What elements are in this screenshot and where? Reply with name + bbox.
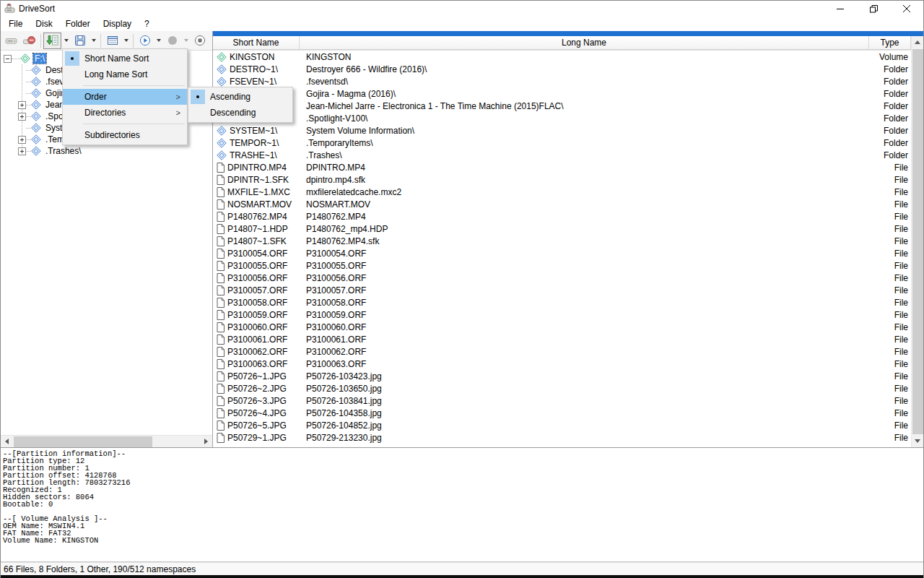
column-header-type[interactable]: Type — [869, 36, 911, 50]
cell-short-name: P3100059.ORF — [213, 310, 300, 320]
list-row[interactable]: P3100054.ORFP3100054.ORFFile — [213, 247, 911, 259]
list-row[interactable]: P50726~5.JPGP50726-104852.jpgFile — [213, 419, 911, 431]
play-button[interactable] — [136, 33, 154, 49]
list-row[interactable]: P3100060.ORFP3100060.ORFFile — [213, 321, 911, 333]
menu-item-short-name-sort[interactable]: Short Name Sort — [63, 51, 187, 66]
menu-item-ascending[interactable]: Ascending — [188, 89, 292, 105]
tree-expand-plus[interactable] — [18, 147, 26, 155]
list-row[interactable]: P50729~1.JPGP50729-213230.jpgFile — [213, 431, 911, 444]
order-submenu: AscendingDescending — [188, 87, 293, 123]
list-row[interactable]: P14807~1.SFKP1480762.MP4.sfkFile — [213, 235, 911, 247]
menubar-item-help[interactable]: ? — [138, 17, 156, 30]
tree-item[interactable]: .Trashes\ — [1, 145, 212, 157]
cell-long-name: P3100060.ORF — [300, 322, 869, 332]
chevron-down-icon — [124, 39, 128, 42]
restore-button[interactable] — [857, 1, 890, 17]
cell-short-name: P3100057.ORF — [213, 285, 300, 296]
list-vertical-scrollbar[interactable] — [911, 36, 923, 447]
list-row[interactable]: P1480762.MP4P1480762.MP4File — [213, 210, 911, 223]
column-header-long-name[interactable]: Long Name — [300, 36, 869, 50]
tree-expand-plus[interactable] — [18, 113, 26, 121]
list-row[interactable]: P3100055.ORFP3100055.ORFFile — [213, 259, 911, 272]
close-button[interactable] — [890, 1, 923, 17]
menu-item-gutter — [63, 89, 82, 105]
list-row[interactable]: DPINTRO.MP4DPINTRO.MP4File — [213, 161, 911, 173]
list-row[interactable]: GOJIRA~1\Gojira - Magma (2016)\Folder — [213, 87, 911, 100]
list-row[interactable]: P3100063.ORFP3100063.ORFFile — [213, 358, 911, 370]
list-row[interactable]: P3100057.ORFP3100057.ORFFile — [213, 284, 911, 296]
file-icon — [217, 163, 225, 173]
file-icon — [217, 433, 225, 443]
tree-expand-plus[interactable] — [18, 136, 26, 144]
cell-type: File — [869, 359, 911, 369]
cell-short-name: P14807~1.SFK — [213, 236, 300, 246]
scrollbar-thumb[interactable] — [912, 49, 923, 434]
list-row[interactable]: MXFILE~1.MXCmxfilerelatedcache.mxc2File — [213, 186, 911, 198]
menubar-item-file[interactable]: File — [2, 17, 29, 30]
list-row[interactable]: NOSMART.MOVNOSMART.MOVFile — [213, 198, 911, 210]
list-row[interactable]: DPINTR~1.SFKdpintro.mp4.sfkFile — [213, 173, 911, 186]
file-icon — [217, 347, 225, 357]
list-row[interactable]: P3100056.ORFP3100056.ORFFile — [213, 272, 911, 284]
list-row[interactable]: KINGSTONKINGSTONVolume — [213, 51, 911, 63]
column-header-short-name[interactable]: Short Name — [213, 36, 300, 50]
cell-long-name: P50726-103650.jpg — [300, 384, 869, 394]
tree-connector-stub — [26, 88, 31, 94]
scrollbar-thumb[interactable] — [14, 436, 152, 447]
menu-item-descending[interactable]: Descending — [188, 105, 292, 121]
list-row[interactable]: P3100062.ORFP3100062.ORFFile — [213, 345, 911, 358]
menu-item-label: Long Name Sort — [82, 69, 147, 79]
menubar-item-disk[interactable]: Disk — [29, 17, 58, 30]
folder-icon — [217, 150, 227, 160]
menubar-item-folder[interactable]: Folder — [59, 17, 97, 30]
list-row[interactable]: P50726~1.JPGP50726-103423.jpgFile — [213, 370, 911, 382]
scroll-right-button[interactable] — [200, 436, 212, 448]
scroll-left-button[interactable] — [1, 436, 13, 448]
list-row[interactable]: P50726~2.JPGP50726-103650.jpgFile — [213, 382, 911, 394]
cell-short-name: P3100060.ORF — [213, 322, 300, 332]
list-row[interactable]: P3100058.ORFP3100058.ORFFile — [213, 296, 911, 309]
menu-item-subdirectories[interactable]: Subdirectories — [63, 127, 187, 143]
view-button[interactable] — [103, 33, 121, 49]
minimize-button[interactable] — [824, 1, 857, 17]
play-dropdown-button[interactable] — [154, 33, 163, 49]
tree-collapse-minus[interactable] — [4, 55, 12, 63]
cell-type: File — [869, 371, 911, 381]
list-row[interactable]: P3100061.ORFP3100061.ORFFile — [213, 333, 911, 345]
list-row[interactable]: JEAN-M~1\Jean-Michel Jarre - Electronica… — [213, 100, 911, 112]
list-row[interactable]: DESTRO~1\Destroyer 666 - Wildfire (2016)… — [213, 63, 911, 75]
scroll-up-icon — [915, 40, 920, 44]
list-row[interactable]: TRASHE~1\.Trashes\Folder — [213, 149, 911, 161]
sort-dropdown-button[interactable] — [61, 33, 71, 49]
list-row[interactable]: SYSTEM~1\System Volume Information\Folde… — [213, 124, 911, 137]
list-row[interactable]: P50726~3.JPGP50726-103841.jpgFile — [213, 394, 911, 407]
stop-button[interactable] — [191, 33, 209, 49]
scroll-up-button[interactable] — [912, 36, 924, 48]
list-row[interactable]: P50726~4.JPGP50726-104358.jpgFile — [213, 407, 911, 419]
save-dropdown-button[interactable] — [89, 33, 98, 49]
menu-item-long-name-sort[interactable]: Long Name Sort — [63, 66, 187, 82]
folder-icon — [31, 146, 41, 156]
cell-short-name: P3100056.ORF — [213, 273, 300, 283]
play-icon — [139, 35, 151, 46]
list-row[interactable]: P3100059.ORFP3100059.ORFFile — [213, 309, 911, 321]
list-row[interactable]: SPOTLI~1\.Spotlight-V100\Folder — [213, 112, 911, 124]
menubar-item-display[interactable]: Display — [97, 17, 138, 30]
list-row[interactable]: P14807~1.HDPP1480762_mp4.HDPFile — [213, 223, 911, 235]
tree-horizontal-scrollbar[interactable] — [1, 435, 212, 447]
menu-item-directories[interactable]: Directories> — [63, 105, 187, 121]
cell-type: File — [869, 420, 911, 431]
tree-expand-plus[interactable] — [18, 101, 26, 109]
list-row[interactable]: FSEVEN~1\.fseventsd\Folder — [213, 75, 911, 87]
cell-long-name: Gojira - Magma (2016)\ — [300, 89, 869, 99]
cell-short-name: P3100061.ORF — [213, 335, 300, 345]
log-panel: --[Partition information]-- Partition ty… — [1, 447, 923, 562]
save-button[interactable] — [71, 33, 89, 49]
radio-dot-icon — [71, 57, 74, 60]
sort-button[interactable] — [43, 33, 61, 49]
tree-connector-stub — [26, 77, 31, 82]
view-dropdown-button[interactable] — [121, 33, 131, 49]
menu-item-order[interactable]: Order> — [63, 89, 187, 105]
scroll-down-button[interactable] — [912, 435, 924, 447]
list-row[interactable]: TEMPOR~1\.TemporaryItems\Folder — [213, 137, 911, 149]
